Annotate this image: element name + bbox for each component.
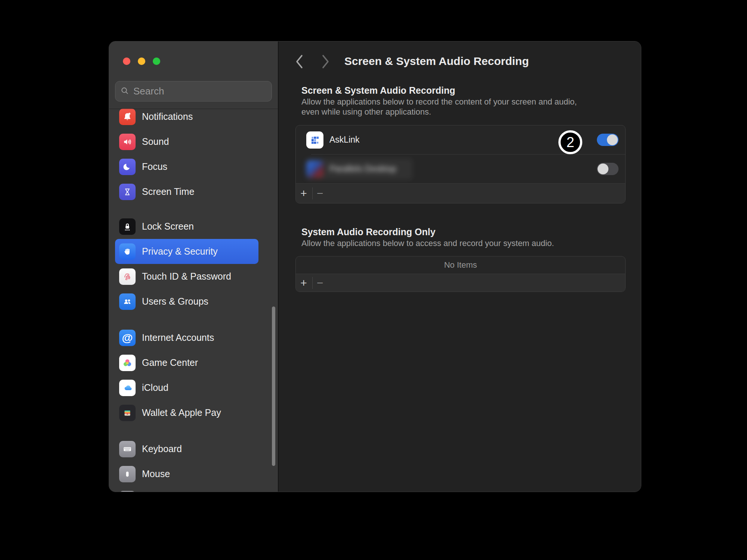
toggle-knob bbox=[607, 134, 618, 145]
lock-icon bbox=[119, 218, 136, 235]
step-2-annotation-badge: 2 bbox=[558, 130, 582, 154]
blurred-app-icon bbox=[306, 161, 323, 178]
sidebar-item-lock-screen[interactable]: Lock Screen bbox=[115, 214, 258, 239]
sidebar-item-users-groups[interactable]: Users & Groups bbox=[115, 289, 258, 314]
screen-recording-list-footer: + − bbox=[296, 183, 625, 203]
search-field[interactable] bbox=[115, 81, 272, 102]
footer-divider bbox=[312, 187, 313, 199]
sidebar-item-label: Lock Screen bbox=[142, 221, 194, 232]
add-app-button[interactable]: + bbox=[300, 188, 307, 199]
system-audio-description: Allow the applications below to access a… bbox=[301, 238, 554, 248]
at-sign-icon: @ bbox=[119, 330, 136, 346]
search-input[interactable] bbox=[133, 85, 267, 97]
keyboard-icon bbox=[119, 441, 136, 457]
sidebar-item-partial[interactable] bbox=[115, 486, 258, 492]
page-title: Screen & System Audio Recording bbox=[344, 55, 529, 68]
toggle-knob bbox=[598, 164, 608, 174]
blurred-app-content: Parallels Desktop bbox=[306, 158, 413, 180]
sidebar-item-label: Focus bbox=[142, 161, 167, 172]
app-row-blurred: Parallels Desktop bbox=[296, 155, 625, 183]
sidebar-item-label: Touch ID & Password bbox=[142, 271, 231, 282]
system-audio-app-list: No Items + − bbox=[295, 256, 626, 292]
description-line-2: even while using other applications. bbox=[301, 107, 577, 117]
hand-icon bbox=[119, 243, 136, 260]
search-icon bbox=[120, 86, 129, 97]
cloud-icon bbox=[119, 380, 136, 396]
screen-recording-heading: Screen & System Audio Recording bbox=[301, 85, 455, 96]
sidebar-item-internet-accounts[interactable]: @ Internet Accounts bbox=[115, 325, 258, 350]
footer-divider bbox=[312, 277, 313, 289]
sidebar-item-label: Internet Accounts bbox=[142, 332, 214, 343]
fingerprint-icon bbox=[119, 268, 136, 285]
sidebar-item-game-center[interactable]: Game Center bbox=[115, 350, 258, 375]
speaker-icon bbox=[119, 134, 136, 150]
mouse-icon bbox=[119, 466, 136, 482]
sidebar-item-notifications[interactable]: Notifications bbox=[115, 104, 258, 129]
hourglass-icon bbox=[119, 184, 136, 200]
back-button[interactable] bbox=[295, 55, 303, 70]
sidebar-item-label: Privacy & Security bbox=[142, 246, 218, 257]
zoom-button[interactable] bbox=[153, 57, 160, 65]
add-app-button[interactable]: + bbox=[300, 277, 307, 289]
users-icon bbox=[119, 293, 136, 310]
wallet-icon bbox=[119, 405, 136, 421]
app-name-asklink: AskLink bbox=[329, 135, 360, 145]
sidebar-item-touch-id[interactable]: Touch ID & Password bbox=[115, 264, 258, 289]
empty-list-text: No Items bbox=[296, 256, 625, 274]
sidebar-item-mouse[interactable]: Mouse bbox=[115, 461, 258, 486]
sidebar-item-label: Mouse bbox=[142, 469, 170, 479]
system-audio-list-footer: + − bbox=[296, 274, 625, 292]
sidebar-item-label: Sound bbox=[142, 136, 169, 147]
sidebar-item-label: Notifications bbox=[142, 111, 193, 122]
sidebar-item-sound[interactable]: Sound bbox=[115, 129, 258, 154]
minimize-button[interactable] bbox=[138, 57, 145, 65]
sidebar-item-icloud[interactable]: iCloud bbox=[115, 375, 258, 400]
main-pane: Screen & System Audio Recording Screen &… bbox=[279, 41, 641, 492]
sidebar-separator bbox=[109, 109, 278, 109]
remove-app-button[interactable]: − bbox=[317, 188, 323, 199]
sidebar-item-label: Keyboard bbox=[142, 444, 182, 454]
sidebar-item-label: Game Center bbox=[142, 357, 198, 368]
sidebar-item-label: iCloud bbox=[142, 382, 168, 393]
remove-app-button[interactable]: − bbox=[317, 277, 323, 289]
sidebar-item-screen-time[interactable]: Screen Time bbox=[115, 179, 258, 204]
at-glyph: @ bbox=[122, 332, 133, 343]
sidebar: Notifications Sound Focus Screen Time bbox=[109, 41, 279, 492]
blurred-app-toggle[interactable] bbox=[597, 163, 619, 175]
bell-icon bbox=[119, 109, 136, 125]
game-center-icon bbox=[119, 355, 136, 371]
sidebar-item-keyboard[interactable]: Keyboard bbox=[115, 436, 258, 461]
description-line-1: Allow the applications below to record t… bbox=[301, 97, 577, 107]
sidebar-nav: Notifications Sound Focus Screen Time bbox=[109, 104, 278, 492]
sidebar-item-focus[interactable]: Focus bbox=[115, 154, 258, 179]
traffic-lights bbox=[123, 57, 160, 65]
system-settings-window: Notifications Sound Focus Screen Time bbox=[109, 41, 641, 492]
sidebar-item-wallet[interactable]: Wallet & Apple Pay bbox=[115, 400, 258, 425]
asklink-app-icon bbox=[306, 131, 323, 149]
asklink-toggle[interactable] bbox=[597, 134, 619, 146]
system-audio-heading: System Audio Recording Only bbox=[301, 227, 436, 237]
sidebar-item-label: Users & Groups bbox=[142, 296, 208, 307]
sidebar-item-label: Screen Time bbox=[142, 186, 194, 197]
close-button[interactable] bbox=[123, 57, 130, 65]
moon-icon bbox=[119, 159, 136, 175]
sidebar-item-label: Wallet & Apple Pay bbox=[142, 407, 221, 418]
trackpad-icon bbox=[119, 491, 136, 492]
forward-button[interactable] bbox=[322, 55, 330, 70]
sidebar-item-privacy-security[interactable]: Privacy & Security bbox=[115, 239, 258, 264]
app-name-blurred: Parallels Desktop bbox=[329, 164, 396, 174]
screen-recording-description: Allow the applications below to record t… bbox=[301, 97, 577, 117]
sidebar-scrollbar[interactable] bbox=[272, 307, 275, 466]
